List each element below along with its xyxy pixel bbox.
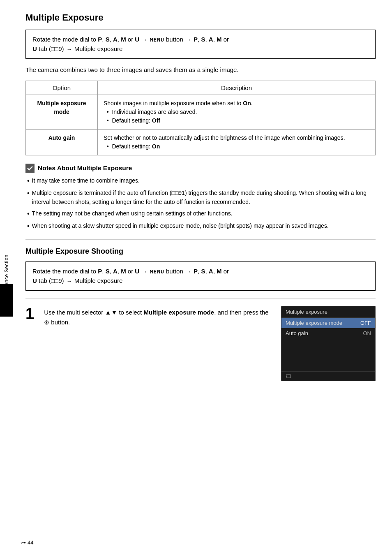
table-cell-option-1: Multiple exposure mode bbox=[26, 95, 98, 129]
camera-screen-title: Multiple exposure bbox=[281, 306, 375, 318]
note-item-3: The setting may not be changed when usin… bbox=[25, 209, 376, 219]
table-cell-desc-1: Shoots images in multiple exposure mode … bbox=[98, 95, 376, 129]
instruction-text-2: Rotate the mode dial to P, S, A, M or U … bbox=[32, 268, 229, 284]
camera-screen-empty-area bbox=[281, 338, 375, 371]
options-table: Option Description Multiple exposure mod… bbox=[25, 81, 376, 155]
step-number-1: 1 bbox=[25, 306, 34, 322]
section-divider bbox=[25, 239, 376, 240]
note-item-1: It may take some time to combine images. bbox=[25, 176, 376, 186]
camera-row-value-2: ON bbox=[363, 330, 371, 336]
notes-header-text: Notes About Multiple Exposure bbox=[38, 164, 132, 172]
table-header-description: Description bbox=[98, 81, 376, 95]
notes-section: Notes About Multiple Exposure It may tak… bbox=[25, 164, 376, 231]
step-1-content: Use the multi selector ▲▼ to select Mult… bbox=[44, 306, 271, 327]
instruction-box-1: Rotate the mode dial to P, S, A, M or U … bbox=[25, 30, 376, 59]
table-cell-desc-2: Set whether or not to automatically adju… bbox=[98, 129, 376, 155]
step-bold-text: Multiple exposure mode bbox=[143, 309, 214, 316]
shooting-section-title: Multiple Exposure Shooting bbox=[25, 247, 376, 256]
note-item-2: Multiple exposure is terminated if the a… bbox=[25, 188, 376, 207]
page-title: Multiple Exposure bbox=[25, 12, 376, 23]
note-item-4: When shooting at a slow shutter speed in… bbox=[25, 221, 376, 231]
instruction-text-1: Rotate the mode dial to P, S, A, M or U … bbox=[32, 36, 229, 52]
sidebar: Reference Section bbox=[0, 0, 13, 553]
camera-screen: Multiple exposure Multiple exposure mode… bbox=[281, 306, 376, 381]
camera-screen-row-2: Auto gain ON bbox=[281, 328, 375, 338]
table-row: Auto gain Set whether or not to automati… bbox=[26, 129, 376, 155]
notes-list: It may take some time to combine images.… bbox=[25, 176, 376, 231]
camera-row-label-1: Multiple exposure mode bbox=[286, 320, 342, 326]
notes-icon bbox=[25, 164, 35, 173]
sidebar-black-bar bbox=[0, 284, 13, 317]
table-row: Multiple exposure mode Shoots images in … bbox=[26, 95, 376, 129]
page-footer: ⊶ 44 bbox=[21, 539, 33, 546]
checkmark-icon bbox=[27, 165, 33, 171]
instruction-box-2: Rotate the mode dial to P, S, A, M or U … bbox=[25, 261, 376, 291]
back-icon bbox=[286, 373, 291, 379]
camera-screen-footer bbox=[281, 371, 375, 381]
table-cell-option-2: Auto gain bbox=[26, 129, 98, 155]
intro-text: The camera combines two to three images … bbox=[25, 65, 376, 75]
footer-icon: ⊶ bbox=[21, 539, 26, 546]
table-header-option: Option bbox=[26, 81, 98, 95]
footer-page-number: 44 bbox=[28, 539, 33, 546]
step-1-section: 1 Use the multi selector ▲▼ to select Mu… bbox=[25, 306, 376, 381]
notes-header: Notes About Multiple Exposure bbox=[25, 164, 376, 173]
camera-screen-row-1: Multiple exposure mode OFF bbox=[281, 318, 375, 328]
camera-row-label-2: Auto gain bbox=[286, 330, 308, 336]
camera-row-value-1: OFF bbox=[360, 320, 371, 326]
main-content: Multiple Exposure Rotate the mode dial t… bbox=[13, 0, 392, 553]
step-divider bbox=[25, 298, 376, 298]
